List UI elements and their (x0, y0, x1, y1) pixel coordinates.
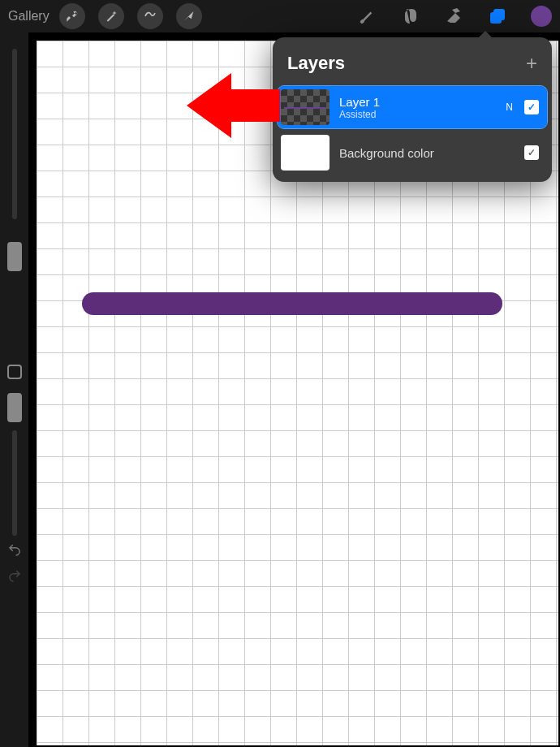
opacity-slider[interactable] (12, 430, 17, 536)
brush-tool[interactable] (355, 6, 377, 27)
move-icon (183, 10, 196, 23)
layers-panel: Layers + Layer 1 Assisted N ✓ Background… (273, 37, 552, 182)
layers-panel-title: Layers (287, 53, 345, 74)
layers-button[interactable] (487, 6, 508, 27)
left-sidebar (0, 32, 28, 747)
add-layer-button[interactable]: + (526, 52, 537, 75)
brush-size-handle[interactable] (7, 242, 22, 271)
adjustments-button[interactable] (98, 3, 124, 29)
layer-name-label: Layer 1 (339, 95, 506, 109)
visibility-checkbox[interactable]: ✓ (524, 145, 539, 160)
transform-button[interactable] (176, 3, 202, 29)
eraser-icon (444, 6, 463, 26)
blend-mode-badge[interactable]: N (506, 101, 513, 113)
actions-button[interactable] (59, 3, 85, 29)
layer-thumbnail[interactable] (281, 89, 330, 125)
eraser-tool[interactable] (443, 6, 464, 27)
opacity-handle[interactable] (7, 393, 22, 422)
selection-button[interactable] (137, 3, 163, 29)
layer-name-label: Background color (339, 146, 524, 160)
layer-subtext: Assisted (339, 109, 506, 120)
redo-icon (7, 568, 22, 583)
layer-thumbnail[interactable] (281, 135, 330, 171)
layer-row-background[interactable]: Background color ✓ (278, 132, 547, 174)
redo-button[interactable] (7, 568, 22, 586)
color-swatch-icon (531, 6, 552, 27)
top-toolbar: Gallery (0, 0, 560, 32)
layer-row-1[interactable]: Layer 1 Assisted N ✓ (278, 86, 547, 128)
undo-icon (7, 542, 22, 557)
visibility-checkbox[interactable]: ✓ (524, 100, 539, 114)
brush-stroke (82, 292, 502, 315)
svg-rect-1 (493, 9, 505, 20)
gallery-button[interactable]: Gallery (8, 9, 50, 24)
wrench-icon (66, 10, 79, 23)
undo-button[interactable] (7, 542, 22, 560)
layers-icon (488, 6, 507, 26)
select-icon (144, 10, 157, 23)
smudge-icon (400, 6, 420, 26)
brush-icon (357, 7, 375, 25)
color-button[interactable] (531, 6, 552, 27)
modify-button[interactable] (7, 365, 22, 379)
smudge-tool[interactable] (399, 6, 420, 27)
wand-icon (105, 10, 118, 23)
brush-size-slider[interactable] (12, 49, 17, 219)
